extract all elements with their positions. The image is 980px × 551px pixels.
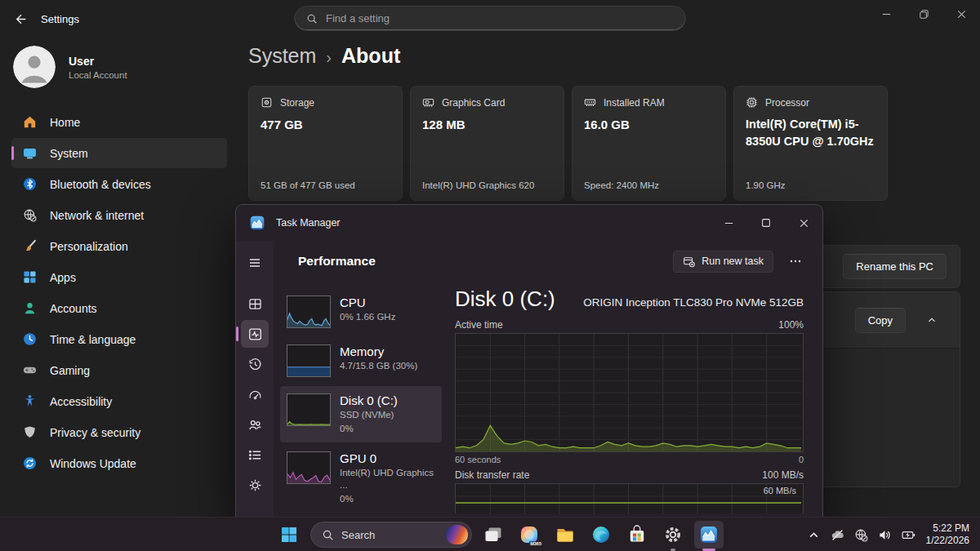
spec-card-processor[interactable]: ProcessorIntel(R) Core(TM) i5-8350U CPU … bbox=[733, 86, 888, 201]
taskbar-app-copilot[interactable]: M365 bbox=[514, 521, 544, 549]
spec-card-label: Storage bbox=[280, 97, 314, 109]
apps-icon bbox=[23, 270, 37, 284]
spec-card-storage[interactable]: Storage477 GB51 GB of 477 GB used bbox=[248, 86, 403, 201]
system-icon bbox=[23, 146, 37, 160]
sidebar-item-accounts[interactable]: Accounts bbox=[11, 293, 227, 323]
sidebar-item-time[interactable]: Time & language bbox=[11, 324, 227, 354]
perf-item-gpu[interactable]: GPU 0Intel(R) UHD Graphics ...0% bbox=[280, 444, 442, 513]
onedrive-icon bbox=[831, 528, 844, 542]
tray-network-button[interactable] bbox=[849, 522, 873, 547]
run-new-task-button[interactable]: Run new task bbox=[673, 251, 773, 273]
spec-card-installed-ram[interactable]: Installed RAM16.0 GBSpeed: 2400 MHz bbox=[572, 86, 726, 201]
restore-button[interactable] bbox=[905, 0, 942, 28]
rail-item-app-history[interactable] bbox=[241, 350, 269, 378]
rail-item-processes[interactable] bbox=[241, 290, 269, 318]
taskbar-app-store[interactable] bbox=[622, 521, 652, 549]
transfer-scale-label: 60 MB/s bbox=[764, 486, 796, 495]
tm-close-button[interactable] bbox=[785, 207, 822, 239]
rename-pc-button[interactable]: Rename this PC bbox=[843, 254, 947, 279]
sidebar-item-label: System bbox=[50, 147, 88, 160]
taskbar-app-task-manager[interactable] bbox=[694, 521, 724, 549]
sidebar-item-update[interactable]: Windows Update bbox=[11, 448, 227, 478]
settings-sidebar: User Local Account HomeSystemBluetooth &… bbox=[0, 38, 238, 517]
sidebar-item-label: Personalization bbox=[50, 240, 128, 253]
run-new-task-label: Run new task bbox=[702, 256, 764, 267]
back-button[interactable] bbox=[10, 8, 31, 29]
spec-card-graphics-card[interactable]: Graphics Card128 MBIntel(R) UHD Graphics… bbox=[410, 86, 564, 201]
tray-chevron-up-button[interactable] bbox=[802, 522, 826, 547]
clock[interactable]: 5:22 PM 1/22/2026 bbox=[920, 522, 977, 547]
copy-button[interactable]: Copy bbox=[855, 308, 906, 333]
search-highlight-image bbox=[446, 525, 468, 544]
perf-item-disk[interactable]: Disk 0 (C:)SSD (NVMe)0% bbox=[280, 386, 442, 442]
user-name: User bbox=[69, 55, 127, 68]
perf-item-detail: 0% bbox=[340, 423, 398, 435]
sidebar-item-label: Apps bbox=[50, 271, 76, 284]
active-time-chart bbox=[455, 333, 804, 452]
tm-maximize-button[interactable] bbox=[747, 207, 785, 239]
spec-card-detail: Speed: 2400 MHz bbox=[584, 180, 714, 190]
task-manager-window: Task Manager Performance Run new task bbox=[235, 204, 823, 517]
update-icon bbox=[23, 456, 37, 470]
spec-card-value: 128 MB bbox=[422, 116, 552, 134]
collapse-chevron-button[interactable] bbox=[917, 309, 947, 331]
rail-item-services[interactable] bbox=[241, 471, 269, 499]
disk-detail-panel: Disk 0 (C:) ORIGIN Inception TLC830 Pro … bbox=[455, 287, 804, 513]
tray-time: 5:22 PM bbox=[926, 522, 969, 535]
perf-item-cpu[interactable]: CPU0% 1.66 GHz bbox=[280, 288, 442, 335]
taskbar-app-file-explorer[interactable] bbox=[550, 521, 580, 549]
spec-card-header: Storage bbox=[261, 96, 390, 109]
sidebar-item-accessibility[interactable]: Accessibility bbox=[11, 386, 227, 416]
perf-item-memory[interactable]: Memory4.7/15.8 GB (30%) bbox=[280, 337, 442, 384]
spec-cards-row: Storage477 GB51 GB of 477 GB usedGraphic… bbox=[248, 86, 888, 201]
start-button[interactable] bbox=[274, 521, 304, 549]
taskbar-center: Search M365 bbox=[274, 521, 724, 549]
rail-item-startup-apps[interactable] bbox=[241, 380, 269, 408]
more-options-button[interactable] bbox=[783, 251, 808, 272]
taskbar-search[interactable]: Search bbox=[310, 522, 472, 548]
tray-onedrive-button[interactable] bbox=[826, 522, 849, 547]
menu-icon[interactable] bbox=[241, 249, 269, 277]
tray-date: 1/22/2026 bbox=[926, 535, 969, 547]
sidebar-item-network[interactable]: Network & internet bbox=[11, 200, 227, 230]
minimize-button[interactable] bbox=[867, 0, 905, 28]
sidebar-item-label: Bluetooth & devices bbox=[50, 178, 151, 191]
sidebar-item-home[interactable]: Home bbox=[11, 107, 227, 137]
perf-item-name: Memory bbox=[340, 344, 417, 358]
copilot-badge: M365 bbox=[529, 541, 542, 546]
user-account-chip[interactable]: User Local Account bbox=[13, 46, 127, 88]
sidebar-item-bluetooth[interactable]: Bluetooth & devices bbox=[11, 169, 227, 199]
perf-item-text: Memory4.7/15.8 GB (30%) bbox=[340, 344, 417, 377]
settings-app-title: Settings bbox=[41, 13, 79, 25]
chevron-up-icon bbox=[807, 528, 821, 542]
sidebar-item-system[interactable]: System bbox=[11, 138, 227, 168]
start-icon bbox=[279, 525, 299, 544]
sidebar-item-apps[interactable]: Apps bbox=[11, 262, 227, 292]
taskbar-app-edge[interactable] bbox=[586, 521, 616, 549]
app-history-icon bbox=[247, 357, 263, 372]
rail-item-performance[interactable] bbox=[241, 320, 269, 348]
taskbar-app-icons: M365 bbox=[479, 521, 724, 549]
battery-icon bbox=[902, 528, 915, 542]
taskbar-app-task-view[interactable] bbox=[479, 521, 508, 549]
tm-minimize-button[interactable] bbox=[710, 207, 747, 239]
sidebar-item-label: Time & language bbox=[50, 333, 136, 346]
sidebar-item-privacy[interactable]: Privacy & security bbox=[11, 417, 227, 447]
rail-item-details[interactable] bbox=[241, 441, 269, 469]
rail-item-users[interactable] bbox=[241, 411, 269, 438]
breadcrumb-separator-icon: › bbox=[326, 48, 332, 67]
performance-icon bbox=[247, 327, 263, 342]
sidebar-item-personalization[interactable]: Personalization bbox=[11, 231, 227, 261]
close-button[interactable] bbox=[942, 0, 980, 28]
taskbar-app-settings[interactable] bbox=[658, 521, 688, 549]
settings-search-input[interactable]: Find a setting bbox=[294, 6, 686, 31]
file-explorer-icon bbox=[555, 525, 575, 544]
sidebar-item-gaming[interactable]: Gaming bbox=[11, 355, 227, 385]
tray-battery-button[interactable] bbox=[897, 522, 920, 547]
cpu-icon bbox=[746, 96, 758, 109]
perf-item-detail: Intel(R) UHD Graphics ... bbox=[340, 467, 435, 491]
bluetooth-icon bbox=[23, 177, 37, 191]
breadcrumb-parent[interactable]: System bbox=[248, 44, 316, 68]
tray-volume-button[interactable] bbox=[873, 522, 897, 547]
ellipsis-icon bbox=[789, 255, 802, 268]
